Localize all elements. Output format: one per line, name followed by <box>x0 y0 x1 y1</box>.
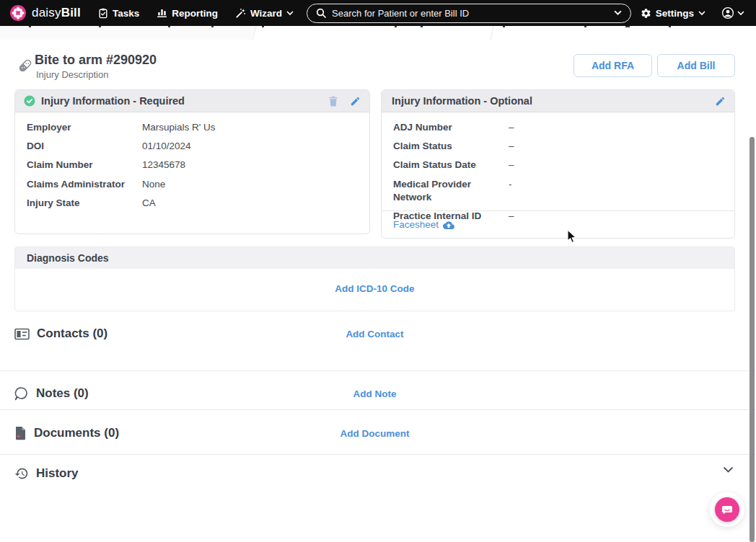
field-label: Medical Provider Network <box>393 178 509 204</box>
field-value: 12345678 <box>142 159 358 172</box>
diagnosis-codes-body: Add ICD-10 Code <box>15 269 734 311</box>
scrolled-tab-remnant <box>0 26 756 40</box>
page-subtitle: Injury Description <box>36 69 108 80</box>
field-label: DOI <box>27 140 142 153</box>
tab-ghost <box>252 26 493 40</box>
field-label: Claim Number <box>27 159 142 172</box>
optional-fields: ADJ Number – Claim Status – Claim Status… <box>382 112 734 226</box>
nav-tasks[interactable]: Tasks <box>98 8 139 19</box>
field-value: 01/10/2024 <box>142 140 358 153</box>
field-row: ADJ Number – <box>382 118 734 137</box>
divider <box>0 409 756 410</box>
cloud-upload-icon <box>443 221 454 229</box>
documents-section: Documents (0) Add Document <box>14 422 735 444</box>
field-row: Claim Status Date – <box>382 156 734 174</box>
field-value: – <box>509 140 723 153</box>
card-title: Injury Information - Required <box>41 95 185 107</box>
injury-required-card-header: Injury Information - Required <box>15 90 369 112</box>
history-clock-icon <box>14 466 29 481</box>
nav-reporting[interactable]: Reporting <box>157 8 218 19</box>
daisy-flower-icon <box>10 5 26 21</box>
notes-section: Notes (0) Add Note <box>14 383 735 404</box>
gear-icon <box>641 8 651 19</box>
reporting-icon <box>157 8 167 18</box>
facesheet-link[interactable]: Facesheet <box>393 219 454 230</box>
add-note-link[interactable]: Add Note <box>353 388 397 399</box>
history-section[interactable]: History <box>14 463 735 484</box>
diagnosis-codes-card: Diagnosis Codes Add ICD-10 Code <box>14 246 735 311</box>
field-value: CA <box>142 197 358 210</box>
nav-settings[interactable]: Settings <box>641 8 706 19</box>
trash-icon[interactable] <box>328 96 338 107</box>
field-label: Claim Status Date <box>393 159 509 172</box>
field-row: Employer Marsupials R' Us <box>15 118 369 137</box>
user-circle-icon <box>721 6 734 19</box>
field-row: Claim Number 12345678 <box>15 156 369 174</box>
injury-optional-card-header: Injury Information - Optional <box>382 90 734 112</box>
field-value: - <box>509 178 723 204</box>
field-label: Injury State <box>27 197 142 210</box>
chevron-down-icon <box>737 11 744 16</box>
injury-optional-card: Injury Information - Optional ADJ Number… <box>381 89 735 239</box>
field-label: Claim Status <box>393 140 509 153</box>
field-value: – <box>509 159 723 172</box>
field-value: None <box>142 178 358 191</box>
edit-pencil-icon[interactable] <box>715 96 726 107</box>
daisybill-logo[interactable]: daisyBill <box>10 5 81 21</box>
add-document-link[interactable]: Add Document <box>340 428 410 439</box>
field-row: Claim Status – <box>382 137 734 156</box>
add-bill-button[interactable]: Add Bill <box>657 54 735 77</box>
top-nav: daisyBill Tasks Reporting <box>0 0 756 26</box>
chat-bubble-icon <box>721 503 734 516</box>
field-row: Claims Administrator None <box>15 175 369 194</box>
injury-capsule-icon <box>17 58 33 74</box>
global-search[interactable] <box>307 4 631 23</box>
nav-right-cluster: Settings <box>641 6 744 19</box>
nav-reporting-label: Reporting <box>172 8 218 19</box>
search-icon <box>316 8 326 18</box>
divider <box>0 454 756 455</box>
wizard-wand-icon <box>235 8 246 19</box>
nav-tasks-label: Tasks <box>113 8 139 19</box>
field-value: – <box>509 121 723 134</box>
chat-widget-button[interactable] <box>715 497 739 522</box>
history-title: History <box>36 466 79 481</box>
check-circle-icon <box>24 95 35 107</box>
required-fields: Employer Marsupials R' Us DOI 01/10/2024… <box>15 112 369 213</box>
nav-account[interactable] <box>721 6 744 19</box>
field-row: Medical Provider Network - <box>382 175 734 207</box>
nav-settings-label: Settings <box>656 8 694 19</box>
field-row: DOI 01/10/2024 <box>15 137 369 156</box>
brand-name: daisyBill <box>32 6 81 20</box>
tasks-icon <box>98 8 108 19</box>
divider <box>0 370 756 371</box>
scrollbar-thumb[interactable] <box>750 137 755 542</box>
add-rfa-button[interactable]: Add RFA <box>573 54 652 77</box>
add-contact-link[interactable]: Add Contact <box>346 329 403 339</box>
injury-required-card: Injury Information - Required Employer M… <box>14 89 370 234</box>
contacts-section: Contacts (0) Add Contact <box>14 323 735 345</box>
field-label: Employer <box>27 121 142 134</box>
search-dropdown-chevron-icon[interactable] <box>614 10 622 16</box>
field-row: Injury State CA <box>15 194 369 213</box>
card-title: Injury Information - Optional <box>392 95 532 107</box>
nav-wizard-label: Wizard <box>250 8 282 19</box>
field-value: Marsupials R' Us <box>142 121 358 134</box>
facesheet-row: Facesheet <box>382 210 734 238</box>
nav-wizard[interactable]: Wizard <box>235 8 294 19</box>
field-label: Claims Administrator <box>27 178 142 191</box>
page-title: Bite to arm #290920 <box>35 53 157 68</box>
add-icd10-link[interactable]: Add ICD-10 Code <box>335 283 414 294</box>
edit-pencil-icon[interactable] <box>350 96 361 107</box>
chevron-down-icon <box>286 11 294 16</box>
diagnosis-codes-header: Diagnosis Codes <box>15 247 734 269</box>
history-expand-chevron-icon[interactable] <box>723 466 734 474</box>
chevron-down-icon <box>698 11 706 16</box>
search-input[interactable] <box>332 8 614 19</box>
facesheet-label: Facesheet <box>393 219 439 230</box>
field-label: ADJ Number <box>393 121 509 134</box>
